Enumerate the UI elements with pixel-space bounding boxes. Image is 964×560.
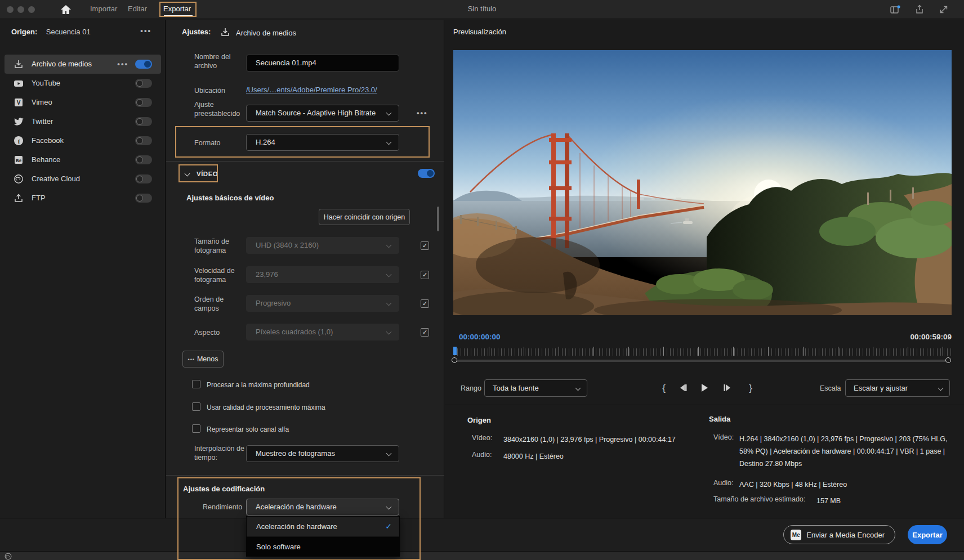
creative-cloud-icon [14, 174, 24, 184]
preview-frame[interactable] [453, 50, 952, 315]
menu-item-hardware-acceleration[interactable]: Aceleración de hardware ✓ [247, 517, 399, 536]
encoding-settings-title: Ajustes de codificación [183, 485, 265, 493]
less-button[interactable]: •••Menos [182, 351, 224, 368]
sidebar-item-youtube[interactable]: YouTube [5, 74, 161, 93]
range-dropdown[interactable]: Toda la fuente [484, 379, 587, 397]
toggle-creative-cloud[interactable] [135, 174, 152, 183]
preset-dropdown[interactable]: Match Source - Adaptive High Bitrate [246, 105, 399, 122]
origen-label: Origen: [11, 28, 37, 36]
sidebar-item-facebook[interactable]: f Facebook [5, 131, 161, 150]
svg-text:V: V [17, 100, 21, 106]
alpha-only-checkbox[interactable] [192, 424, 200, 433]
check-icon: ✓ [385, 517, 392, 536]
step-forward-icon[interactable] [721, 383, 734, 394]
menu-item-software-only[interactable]: Solo software [247, 536, 399, 556]
sidebar-item-archivo-de-medios[interactable]: Archivo de medios ••• [5, 55, 161, 74]
toggle-ftp[interactable] [135, 194, 152, 203]
export-button[interactable]: Exportar [908, 525, 947, 544]
max-depth-label: Procesar a la máxima profundidad [207, 381, 310, 389]
range-handle-end[interactable] [945, 357, 951, 363]
source-header: Origen: Secuencia 01 [11, 28, 91, 36]
sidebar-item-twitter[interactable]: Twitter [5, 112, 161, 131]
toggle-archivo-de-medios[interactable] [135, 60, 152, 69]
sidebar-item-behance[interactable]: Bē Behance [5, 150, 161, 169]
max-depth-checkbox[interactable] [192, 380, 200, 388]
frame-size-checkbox[interactable]: ✓ [421, 241, 429, 250]
ajustes-header-value: Archivo de medios [236, 29, 296, 37]
aspect-dropdown[interactable]: Píxeles cuadrados (1,0) [246, 324, 399, 341]
fullscreen-icon[interactable] [938, 5, 949, 15]
settings-scrollbar[interactable] [437, 207, 439, 231]
match-source-button[interactable]: Hacer coincidir con origen [319, 209, 410, 225]
range-handle-start[interactable] [452, 357, 457, 363]
workspace-icon[interactable] [890, 5, 901, 15]
preset-label: Ajuste preestablecido [194, 100, 245, 118]
salida-info-title: Salida [709, 415, 730, 423]
ubicacion-label: Ubicación [194, 86, 245, 95]
salida-video-label: Vídeo: [713, 433, 734, 441]
toggle-youtube[interactable] [135, 79, 152, 88]
aspect-label: Aspecto [194, 328, 245, 337]
preset-more-icon[interactable]: ••• [417, 109, 428, 117]
svg-text:Bē: Bē [16, 158, 22, 163]
sidebar-item-label: Creative Cloud [32, 174, 80, 183]
time-interpolation-label: Interpolación de tiempo: [194, 444, 245, 462]
salida-audio-value: AAC | 320 Kbps | 48 kHz | Estéreo [739, 478, 847, 491]
sidebar-item-vimeo[interactable]: V Vimeo [5, 93, 161, 112]
playhead[interactable] [453, 347, 457, 355]
behance-icon: Bē [14, 155, 24, 165]
filename-input[interactable]: Secuencia 01.mp4 [246, 55, 399, 71]
time-interpolation-dropdown[interactable]: Muestreo de fotogramas [246, 445, 399, 462]
frame-rate-label: Velocidad de fotograma [194, 266, 245, 284]
video-section-toggle[interactable] [418, 169, 435, 178]
performance-menu: Aceleración de hardware ✓ Solo software [246, 516, 400, 557]
max-quality-label: Usar calidad de procesamiento máxima [207, 404, 325, 411]
escala-label: Escala [820, 384, 841, 392]
send-to-media-encoder-button[interactable]: Me Enviar a Media Encoder [783, 525, 895, 544]
video-highlight-box [178, 164, 218, 182]
panorama-image [453, 50, 952, 315]
share-icon[interactable] [914, 5, 925, 15]
sidebar-item-label: YouTube [32, 79, 60, 87]
timecode-in[interactable]: 00:00:00:00 [459, 333, 501, 341]
range-bar[interactable] [454, 360, 951, 362]
section-divider [166, 475, 444, 476]
footer-bar: Me Enviar a Media Encoder Exportar [0, 518, 964, 551]
toggle-facebook[interactable] [135, 136, 152, 145]
status-bar [0, 551, 964, 560]
mark-in-icon[interactable]: { [658, 383, 670, 394]
ftp-upload-icon [14, 193, 24, 203]
vimeo-icon: V [14, 97, 24, 107]
max-quality-checkbox[interactable] [192, 402, 200, 411]
toggle-behance[interactable] [135, 155, 152, 164]
creative-cloud-status-icon[interactable] [5, 553, 12, 560]
toggle-twitter[interactable] [135, 117, 152, 126]
location-link[interactable]: /Users/…ents/Adobe/Premiere Pro/23.0/ [246, 86, 377, 94]
play-icon[interactable] [698, 383, 711, 394]
performance-dropdown[interactable]: Aceleración de hardware [246, 499, 399, 516]
ajustes-header-label: Ajustes: [182, 28, 211, 36]
frame-rate-checkbox[interactable]: ✓ [421, 271, 429, 279]
frame-size-dropdown[interactable]: UHD (3840 x 2160) [246, 237, 399, 254]
aspect-checkbox[interactable]: ✓ [421, 328, 429, 337]
source-more-icon[interactable]: ••• [140, 26, 151, 35]
sidebar-item-creative-cloud[interactable]: Creative Cloud [5, 169, 161, 189]
item-more-icon[interactable]: ••• [117, 60, 128, 68]
scale-dropdown[interactable]: Escalar y ajustar [845, 379, 950, 397]
field-order-dropdown[interactable]: Progresivo [246, 295, 399, 312]
destinations-sidebar: Origen: Secuencia 01 ••• Archivo de medi… [0, 20, 166, 518]
estimated-size-value: 157 MB [816, 495, 841, 507]
field-order-checkbox[interactable]: ✓ [421, 299, 429, 308]
preview-panel: Previsualización [445, 20, 964, 518]
origen-audio-value: 48000 Hz | Estéreo [503, 450, 564, 463]
sidebar-item-ftp[interactable]: FTP [5, 189, 161, 208]
frame-rate-dropdown[interactable]: 23,976 [246, 266, 399, 283]
toggle-vimeo[interactable] [135, 98, 152, 107]
media-file-icon [220, 27, 230, 37]
mark-out-icon[interactable]: } [744, 383, 757, 394]
field-order-label: Orden de campos [194, 295, 245, 313]
step-back-icon[interactable] [677, 383, 689, 394]
sidebar-item-label: Behance [32, 155, 60, 164]
sidebar-item-label: Archivo de medios [32, 60, 92, 68]
alpha-only-label: Representar solo canal alfa [207, 425, 289, 433]
